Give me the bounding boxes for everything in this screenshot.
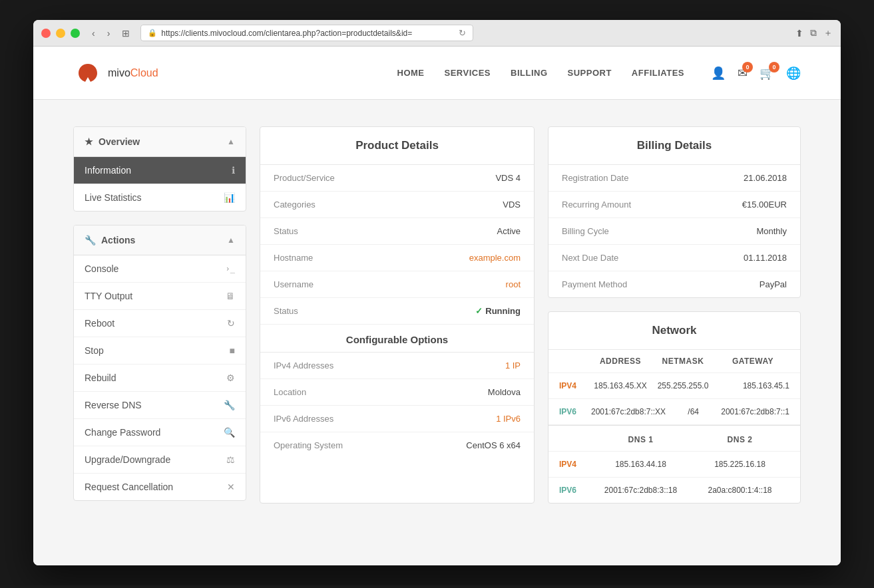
config-row-ipv4: IPv4 Addresses 1 IP (260, 353, 534, 379)
cart-button[interactable]: 🛒 0 (760, 66, 774, 80)
tty-label: TTY Output (85, 291, 132, 301)
sidebar-actions-header[interactable]: 🔧 Actions ▲ (74, 225, 246, 255)
site-header: mivoCloud HOME SERVICES BILLING SUPPORT … (33, 47, 841, 100)
billing-value-amount: €15.00EUR (742, 200, 787, 210)
dns-val-ipv4-2: 185.225.16.18 (690, 460, 789, 469)
upgrade-label: Upgrade/Downgrade (85, 454, 170, 465)
sidebar-item-tty[interactable]: TTY Output 🖥 (74, 283, 246, 310)
close-button[interactable] (41, 29, 51, 38)
language-button[interactable]: 🌐 (786, 66, 801, 80)
product-row-categories: Categories VDS (260, 192, 534, 218)
url-bar[interactable]: 🔒 https://clients.mivocloud.com/clientar… (140, 25, 473, 41)
dns-col-headers: DNS 1 DNS 2 (548, 428, 800, 452)
nav-home[interactable]: HOME (397, 68, 425, 78)
dns-val-ipv6-2: 2a0a:c800:1:4::18 (690, 486, 789, 495)
back-button[interactable]: ‹ (88, 27, 99, 40)
sidebar: ★ Overview ▲ Information ℹ Live Statisti… (73, 126, 246, 539)
tabs-button[interactable]: ⧉ (810, 27, 817, 39)
network-card: Network ADDRESS NETMASK GATEWAY IPV4 185… (548, 311, 801, 504)
sidebar-item-reboot[interactable]: Reboot ↻ (74, 310, 246, 337)
sidebar-overview-section: ★ Overview ▲ Information ℹ Live Statisti… (73, 126, 246, 212)
grid-button[interactable]: ⊞ (122, 28, 130, 39)
network-type-ipv4: IPV4 (559, 381, 591, 390)
titlebar-actions: ⬆ ⧉ ＋ (795, 27, 833, 39)
sidebar-item-information[interactable]: Information ℹ (74, 157, 246, 184)
main-nav: HOME SERVICES BILLING SUPPORT AFFILIATES (397, 68, 685, 78)
stop-label: Stop (85, 345, 104, 356)
network-mask-ipv4: 255.255.255.0 (650, 381, 716, 390)
user-icon: 👤 (711, 67, 726, 80)
network-mask-ipv6: /64 (666, 407, 721, 416)
product-details-card: Product Details Product/Service VDS 4 Ca… (260, 126, 535, 504)
billing-label-duedate: Next Due Date (562, 253, 744, 263)
billing-row-duedate: Next Due Date 01.11.2018 (548, 245, 800, 271)
product-row-runningstatus: Status ✓Running (260, 298, 534, 325)
product-value-hostname[interactable]: example.com (393, 253, 521, 263)
billing-row-cycle: Billing Cycle Monthly (548, 218, 800, 245)
maximize-button[interactable] (71, 29, 80, 38)
header-icons: 👤 ✉ 0 🛒 0 🌐 (711, 66, 801, 80)
sidebar-actions-title: 🔧 Actions (85, 235, 135, 245)
rebuild-label: Rebuild (85, 372, 116, 383)
sidebar-item-changepass[interactable]: Change Password 🔍 (74, 419, 246, 446)
product-label-service: Product/Service (274, 173, 393, 183)
nav-support[interactable]: SUPPORT (568, 68, 612, 78)
nav-billing[interactable]: BILLING (511, 68, 548, 78)
nav-services[interactable]: SERVICES (445, 68, 491, 78)
sidebar-actions-section: 🔧 Actions ▲ Console ›_ TTY Output 🖥 Rebo… (73, 225, 246, 501)
lock-icon: 🔒 (148, 29, 157, 37)
sidebar-item-rebuild[interactable]: Rebuild ⚙ (74, 365, 246, 392)
sidebar-item-livestats[interactable]: Live Statistics 📊 (74, 184, 246, 211)
config-value-ipv6[interactable]: 1 IPv6 (393, 414, 521, 424)
billing-row-payment: Payment Method PayPal (548, 271, 800, 297)
sidebar-item-reversedns[interactable]: Reverse DNS 🔧 (74, 392, 246, 419)
network-header-netmask: NETMASK (650, 357, 716, 366)
globe-icon: 🌐 (786, 67, 801, 80)
upgrade-icon: ⚖ (226, 454, 235, 465)
product-details-title: Product Details (260, 127, 534, 165)
configurable-options-title: Configurable Options (260, 325, 534, 353)
dns-row-ipv4: IPV4 185.163.44.18 185.225.16.18 (548, 452, 800, 478)
cancel-label: Request Cancellation (85, 482, 173, 492)
star-icon: ★ (85, 136, 93, 147)
sidebar-stats-label: Live Statistics (85, 192, 142, 203)
product-value-username[interactable]: root (393, 279, 521, 289)
network-header-gateway: GATEWAY (716, 357, 789, 366)
minimize-button[interactable] (56, 29, 65, 38)
terminal-icon: ›_ (226, 264, 235, 273)
sidebar-item-console[interactable]: Console ›_ (74, 255, 246, 283)
share-button[interactable]: ⬆ (795, 27, 803, 39)
sidebar-item-stop[interactable]: Stop ■ (74, 337, 246, 365)
wrench-icon: 🔧 (85, 235, 96, 245)
config-value-os: CentOS 6 x64 (393, 440, 521, 450)
sidebar-overview-header[interactable]: ★ Overview ▲ (74, 127, 246, 157)
network-gw-ipv4: 185.163.45.1 (716, 381, 789, 390)
dns-row-ipv6: IPV6 2001:67c:2db8:3::18 2a0a:c800:1:4::… (548, 478, 800, 503)
page-body: ★ Overview ▲ Information ℹ Live Statisti… (33, 100, 841, 565)
config-row-os: Operating System CentOS 6 x64 (260, 432, 534, 458)
window-controls (41, 29, 80, 38)
sidebar-item-cancel[interactable]: Request Cancellation ✕ (74, 474, 246, 500)
user-button[interactable]: 👤 (711, 66, 726, 80)
chart-icon: 📊 (224, 192, 235, 203)
config-value-location: Moldova (393, 387, 521, 397)
forward-button[interactable]: › (103, 27, 114, 40)
new-tab-button[interactable]: ＋ (823, 27, 833, 39)
messages-button[interactable]: ✉ 0 (738, 66, 748, 80)
billing-value-cycle: Monthly (756, 226, 787, 236)
billing-label-payment: Payment Method (562, 279, 760, 289)
gear-icon: ⚙ (226, 372, 235, 383)
product-label-username: Username (274, 279, 393, 289)
config-value-ipv4[interactable]: 1 IP (393, 361, 521, 370)
nav-affiliates[interactable]: AFFILIATES (632, 68, 684, 78)
logo[interactable]: mivoCloud (73, 59, 158, 88)
product-row-username: Username root (260, 271, 534, 298)
sidebar-item-upgrade[interactable]: Upgrade/Downgrade ⚖ (74, 446, 246, 474)
network-row-ipv4: IPV4 185.163.45.XX 255.255.255.0 185.163… (548, 373, 800, 399)
reboot-label: Reboot (85, 318, 114, 329)
monitor-icon: 🖥 (226, 291, 235, 301)
dns-icon: 🔧 (224, 400, 235, 410)
console-label: Console (85, 263, 118, 274)
config-row-ipv6: IPv6 Addresses 1 IPv6 (260, 406, 534, 432)
refresh-button[interactable]: ↻ (459, 28, 466, 38)
